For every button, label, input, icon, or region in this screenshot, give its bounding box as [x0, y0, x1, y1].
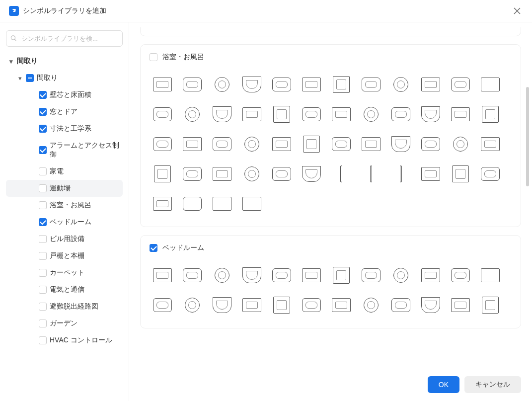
content-scroll[interactable]: 浴室・お風呂 ベッドルーム: [129, 22, 532, 401]
symbol-item[interactable]: [208, 291, 236, 319]
sidebar-checkbox[interactable]: [39, 201, 47, 209]
symbol-item[interactable]: [327, 160, 355, 188]
symbol-item[interactable]: [238, 160, 266, 188]
symbol-item[interactable]: [149, 130, 176, 158]
sidebar-item-11[interactable]: 電気と通信: [6, 281, 123, 298]
symbol-item[interactable]: [268, 71, 296, 98]
symbol-item[interactable]: [387, 130, 415, 158]
symbol-item[interactable]: [238, 291, 266, 319]
symbol-item[interactable]: [327, 71, 355, 98]
symbol-item[interactable]: [327, 261, 355, 289]
category-checkbox-bath[interactable]: [150, 53, 157, 61]
tree-top-row[interactable]: ▾ 間取り: [6, 53, 123, 70]
symbol-item[interactable]: [208, 100, 236, 128]
sidebar-checkbox[interactable]: [39, 286, 47, 294]
sidebar-checkbox[interactable]: [39, 184, 47, 192]
sidebar-item-9[interactable]: 戸棚と本棚: [6, 247, 123, 264]
symbol-item[interactable]: [387, 291, 415, 319]
symbol-item[interactable]: [208, 261, 236, 289]
search-input[interactable]: [6, 30, 123, 47]
sidebar-item-0[interactable]: 壁芯と床面積: [6, 86, 123, 103]
symbol-item[interactable]: [417, 160, 445, 188]
symbol-item[interactable]: [387, 100, 415, 128]
sidebar-item-1[interactable]: 窓とドア: [6, 103, 123, 120]
sidebar-item-10[interactable]: カーペット: [6, 264, 123, 281]
symbol-item[interactable]: [327, 130, 355, 158]
sidebar-item-4[interactable]: 家電: [6, 163, 123, 180]
symbol-item[interactable]: [476, 160, 504, 188]
symbol-item[interactable]: [149, 71, 176, 98]
symbol-item[interactable]: [298, 130, 325, 158]
symbol-item[interactable]: [476, 291, 504, 319]
symbol-item[interactable]: [476, 100, 504, 128]
symbol-item[interactable]: [417, 130, 445, 158]
symbol-item[interactable]: [417, 100, 445, 128]
symbol-item[interactable]: [417, 261, 445, 289]
symbol-item[interactable]: [447, 160, 474, 188]
sidebar-checkbox[interactable]: [39, 125, 47, 133]
ok-button[interactable]: OK: [428, 376, 459, 393]
sidebar-item-8[interactable]: ビル用設備: [6, 231, 123, 247]
close-button[interactable]: [511, 5, 523, 17]
symbol-item[interactable]: [178, 291, 206, 319]
symbol-item[interactable]: [268, 291, 296, 319]
sidebar-item-3[interactable]: アラームとアクセス制御: [6, 137, 123, 163]
symbol-item[interactable]: [327, 100, 355, 128]
symbol-item[interactable]: [298, 71, 325, 98]
symbol-item[interactable]: [417, 291, 445, 319]
symbol-item[interactable]: [208, 71, 236, 98]
symbol-item[interactable]: [268, 100, 296, 128]
sidebar-item-6[interactable]: 浴室・お風呂: [6, 197, 123, 214]
symbol-item[interactable]: [417, 71, 445, 98]
symbol-item[interactable]: [208, 160, 236, 188]
sidebar-item-7[interactable]: ベッドルーム: [6, 214, 123, 231]
sidebar-item-14[interactable]: HVAC コントロール: [6, 332, 123, 349]
symbol-item[interactable]: [387, 261, 415, 289]
symbol-item[interactable]: [238, 190, 266, 218]
symbol-item[interactable]: [447, 130, 474, 158]
symbol-item[interactable]: [298, 160, 325, 188]
sidebar-checkbox[interactable]: [39, 108, 47, 116]
symbol-item[interactable]: [268, 160, 296, 188]
sidebar-checkbox[interactable]: [39, 320, 47, 327]
symbol-item[interactable]: [357, 160, 385, 188]
symbol-item[interactable]: [149, 190, 176, 218]
symbol-item[interactable]: [149, 261, 176, 289]
sidebar-checkbox[interactable]: [39, 146, 47, 154]
tree-group-row[interactable]: ▾ 間取り: [6, 70, 123, 86]
symbol-item[interactable]: [387, 71, 415, 98]
symbol-item[interactable]: [208, 130, 236, 158]
sidebar-item-12[interactable]: 避難脱出経路図: [6, 298, 123, 315]
symbol-item[interactable]: [327, 291, 355, 319]
scrollbar-thumb[interactable]: [526, 87, 529, 186]
symbol-item[interactable]: [387, 160, 415, 188]
sidebar-checkbox[interactable]: [39, 303, 47, 311]
symbol-item[interactable]: [238, 71, 266, 98]
symbol-item[interactable]: [447, 261, 474, 289]
sidebar-checkbox[interactable]: [39, 269, 47, 277]
symbol-item[interactable]: [149, 291, 176, 319]
checkbox-mixed[interactable]: [26, 74, 34, 82]
sidebar-checkbox[interactable]: [39, 91, 47, 99]
symbol-item[interactable]: [178, 190, 206, 218]
sidebar-item-5[interactable]: 運動場: [6, 180, 123, 197]
symbol-item[interactable]: [476, 71, 504, 98]
symbol-item[interactable]: [268, 130, 296, 158]
symbol-item[interactable]: [178, 130, 206, 158]
symbol-item[interactable]: [447, 291, 474, 319]
symbol-item[interactable]: [298, 291, 325, 319]
symbol-item[interactable]: [268, 261, 296, 289]
sidebar-checkbox[interactable]: [39, 252, 47, 260]
symbol-item[interactable]: [357, 261, 385, 289]
symbol-item[interactable]: [298, 100, 325, 128]
symbol-item[interactable]: [447, 100, 474, 128]
symbol-item[interactable]: [357, 291, 385, 319]
symbol-item[interactable]: [357, 130, 385, 158]
symbol-item[interactable]: [447, 71, 474, 98]
symbol-item[interactable]: [208, 190, 236, 218]
sidebar-checkbox[interactable]: [39, 336, 47, 344]
sidebar-checkbox[interactable]: [39, 235, 47, 243]
symbol-item[interactable]: [238, 130, 266, 158]
symbol-item[interactable]: [149, 100, 176, 128]
symbol-item[interactable]: [476, 130, 504, 158]
